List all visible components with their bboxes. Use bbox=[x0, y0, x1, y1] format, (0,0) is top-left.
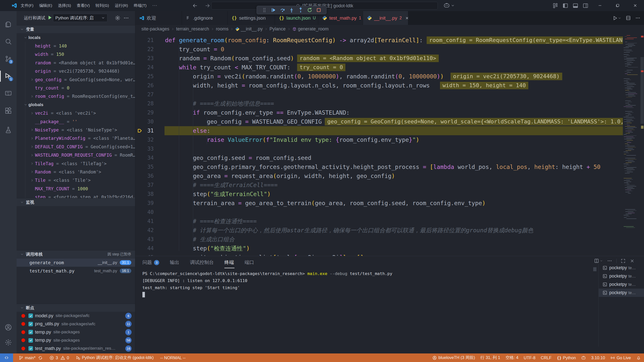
section-watch[interactable]: 监视 bbox=[17, 198, 135, 206]
section-breakpoints[interactable]: 断点 bbox=[17, 304, 135, 312]
line-number[interactable]: 43 bbox=[135, 235, 154, 244]
stack-frame[interactable]: test/test_math.py test_math.py 16:1 bbox=[17, 267, 135, 275]
sidebar-item-remote[interactable] bbox=[0, 87, 17, 100]
variable-row[interactable]: PlanetaryWindConfig = <class 'Planeta… bbox=[17, 134, 135, 143]
vim-mode-item[interactable]: -- NORMAL -- bbox=[160, 355, 186, 360]
menu-item[interactable]: 文件(F) bbox=[21, 3, 33, 8]
continue-button[interactable] bbox=[271, 7, 276, 13]
toggle-panel-icon[interactable] bbox=[573, 3, 578, 9]
debug-config-dropdown[interactable]: Python 调试程序: 启 bbox=[53, 14, 107, 22]
step-into-button[interactable] bbox=[289, 7, 294, 13]
breakpoint-row[interactable]: temp.py site-packages 1 bbox=[17, 328, 135, 336]
cursor-position-item[interactable]: 行 31, 列 1 bbox=[480, 355, 500, 360]
panel-tab[interactable]: 输出 bbox=[170, 256, 179, 269]
breakpoint-checkbox[interactable] bbox=[28, 338, 33, 343]
editor-more-actions[interactable] bbox=[635, 15, 640, 21]
code-line[interactable]: def generate_room(room_config: RoomReque… bbox=[165, 36, 423, 45]
toggle-secondary-sidebar-icon[interactable] bbox=[583, 3, 588, 9]
customize-layout-icon[interactable] bbox=[552, 3, 558, 9]
section-variables[interactable]: 变量 bbox=[17, 25, 135, 33]
step-over-button[interactable] bbox=[280, 7, 285, 13]
editor-tab[interactable]: .gdignore bbox=[182, 11, 228, 25]
language-item[interactable]: {}Python bbox=[557, 355, 576, 360]
run-bar-more-actions[interactable] bbox=[123, 15, 129, 21]
line-number[interactable]: 21 bbox=[135, 36, 154, 45]
menu-item[interactable]: 运行(R) bbox=[115, 3, 128, 8]
line-number[interactable]: 23 bbox=[135, 54, 154, 63]
close-panel-button[interactable] bbox=[630, 258, 635, 263]
code-line[interactable]: terrain_area = geo_area_to_terrain(geo_a… bbox=[193, 199, 486, 208]
variable-row[interactable]: try_count = 0 bbox=[17, 84, 135, 92]
panel-more-actions[interactable] bbox=[607, 258, 612, 263]
code-line[interactable]: geo_config = WASTELAND_GEO_CONFIG bbox=[207, 117, 322, 126]
minimize-button[interactable] bbox=[591, 0, 609, 11]
line-number[interactable]: 25 bbox=[135, 72, 154, 81]
go-live-item[interactable]: Go Live bbox=[610, 355, 631, 360]
sidebar-item-source-control[interactable]: 3 bbox=[0, 53, 17, 65]
breadcrumb[interactable]: site-packagesterrain_researchrooms__init… bbox=[135, 25, 644, 33]
sidebar-item-testing[interactable] bbox=[0, 124, 17, 136]
git-branch-item[interactable]: main* bbox=[19, 355, 43, 360]
line-number[interactable]: 35 bbox=[135, 162, 154, 171]
menu-item[interactable]: 查看(V) bbox=[77, 3, 90, 8]
breakpoint-row[interactable]: png_utils.py site-packages\wfc 11 bbox=[17, 320, 135, 328]
maximize-button[interactable] bbox=[609, 0, 626, 11]
breakpoint-checkbox[interactable] bbox=[28, 346, 33, 351]
menu-item[interactable]: 选择(S) bbox=[58, 3, 71, 8]
breakpoint-row[interactable]: model.py site-packages\wfc 6 bbox=[17, 312, 135, 320]
terminal-list-item[interactable]: pocketpy te… bbox=[599, 280, 644, 289]
minimap[interactable] bbox=[623, 33, 640, 256]
terminal-list-item[interactable]: pocketpy te… bbox=[599, 289, 644, 297]
variable-row[interactable]: NoiseType = <class 'NoiseType'> bbox=[17, 126, 135, 134]
menu-item[interactable]: 终端(T) bbox=[134, 3, 147, 8]
sidebar-item-explorer[interactable] bbox=[0, 18, 17, 30]
nav-forward-icon[interactable] bbox=[204, 3, 211, 9]
run-python-file-button[interactable] bbox=[612, 15, 621, 21]
code-line[interactable]: geo_config.primary_forces.geothermal_act… bbox=[193, 162, 600, 171]
line-number[interactable]: 26 bbox=[135, 81, 154, 90]
line-number[interactable]: 32 bbox=[135, 135, 154, 144]
line-number[interactable]: 41 bbox=[135, 217, 154, 226]
sidebar-item-search[interactable] bbox=[0, 35, 17, 48]
code-line[interactable]: width, height = room_config.layout.n_col… bbox=[193, 81, 430, 90]
maximize-panel-button[interactable] bbox=[621, 258, 626, 263]
toggle-sidebar-icon[interactable] bbox=[562, 3, 568, 9]
python-version-item[interactable]: 3.10.10 bbox=[591, 355, 605, 360]
line-number[interactable]: 24 bbox=[135, 63, 154, 72]
breakpoint-row[interactable]: temp.py site-packages 58 bbox=[17, 336, 135, 344]
breadcrumb-item[interactable]: rooms bbox=[216, 26, 228, 32]
menu-item[interactable]: 转到(G) bbox=[96, 3, 109, 8]
code-line[interactable]: geo_area = request_area(origin, width, h… bbox=[193, 171, 395, 180]
panel-tab[interactable]: 问题3 bbox=[142, 256, 159, 269]
variable-scope[interactable]: globals bbox=[17, 101, 135, 109]
breadcrumb-item[interactable]: Pylance bbox=[269, 26, 286, 32]
settings-button[interactable] bbox=[0, 336, 17, 348]
code-line[interactable]: origin = vec2i(random.randint(0, 1000000… bbox=[193, 72, 444, 81]
variable-row[interactable]: vec2i = <class 'vec2i'> bbox=[17, 109, 135, 117]
line-number[interactable]: 22 bbox=[135, 45, 154, 54]
variable-row[interactable]: WASTELAND_ROOM_REQUEST_CONFIG = RoomR… bbox=[17, 151, 135, 159]
restart-button[interactable] bbox=[307, 7, 312, 13]
variable-row[interactable]: MAX_TRY_COUNT = 1000 bbox=[17, 185, 135, 193]
code-line[interactable]: step("检查连通性") bbox=[193, 244, 250, 253]
line-number[interactable]: 31 bbox=[135, 126, 154, 135]
code-line[interactable]: else: bbox=[193, 126, 210, 135]
line-number[interactable]: 40 bbox=[135, 208, 154, 217]
line-number[interactable]: 34 bbox=[135, 153, 154, 162]
panel-tab[interactable]: 终端 bbox=[224, 256, 234, 269]
line-number[interactable]: 42 bbox=[135, 226, 154, 235]
code-line[interactable]: # ====生成TerrainCell==== bbox=[193, 180, 278, 190]
code-line[interactable]: try_count = 0 bbox=[179, 45, 224, 54]
line-number[interactable]: 27 bbox=[135, 90, 154, 99]
indentation-item[interactable]: 空格: 4 bbox=[505, 355, 518, 360]
breakpoint-checkbox[interactable] bbox=[28, 313, 33, 318]
panel-tab[interactable]: 端口 bbox=[245, 256, 254, 269]
eol-item[interactable]: CRLF bbox=[541, 355, 552, 360]
code-line[interactable]: exit_combinations: list[tuple[vec2i, vec… bbox=[193, 253, 364, 256]
line-number[interactable]: 28 bbox=[135, 99, 154, 108]
line-number[interactable]: 44 bbox=[135, 244, 154, 253]
tab-close-icon[interactable] bbox=[405, 16, 409, 20]
breadcrumb-item[interactable]: __init__.py bbox=[235, 26, 263, 32]
problems-item[interactable]: 30 bbox=[49, 355, 69, 360]
variable-row[interactable]: random = <Random object at 0x1bf9d01e… bbox=[17, 59, 135, 67]
